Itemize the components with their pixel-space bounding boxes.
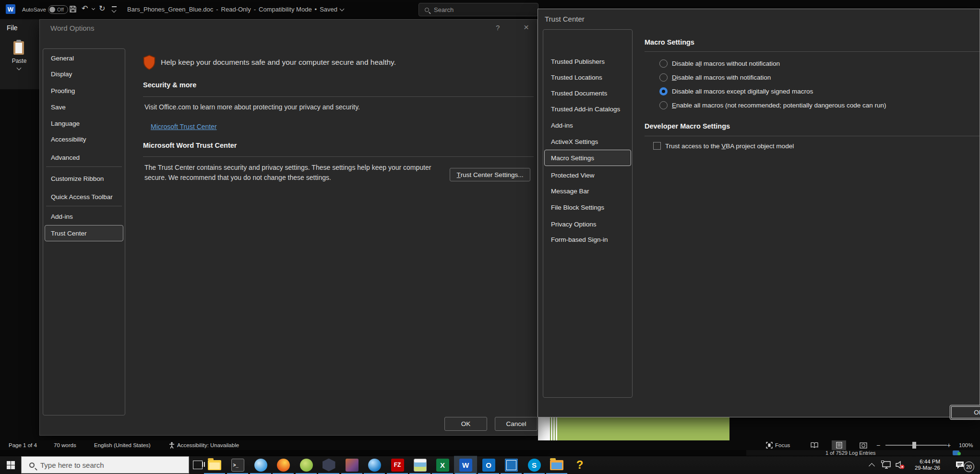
taskbar-green-app[interactable]	[295, 456, 318, 474]
save-icon[interactable]	[69, 5, 77, 13]
help-icon[interactable]: ?	[496, 24, 500, 32]
taskbar-shared-folder[interactable]	[545, 456, 568, 474]
radio-enable-all-macros[interactable]: Enable all macros (not recommended; pote…	[659, 101, 886, 109]
wo-nav-customize-ribbon[interactable]: Customize Ribbon	[51, 170, 104, 187]
taskbar-help-app[interactable]: ?	[568, 456, 591, 474]
task-view-button[interactable]	[193, 461, 203, 469]
clock[interactable]: 6:44 PM 29-Mar-26	[906, 456, 940, 474]
taskbar-excel[interactable]: X	[431, 456, 454, 474]
trust-center-settings-button[interactable]: Trust Center Settings...	[450, 168, 530, 181]
tray-expand-button[interactable]	[870, 456, 874, 474]
search-input[interactable]	[433, 6, 510, 14]
wo-nav-general[interactable]: General	[51, 50, 74, 66]
tc-nav-trusted-publishers[interactable]: Trusted Publishers	[551, 53, 605, 70]
page-indicator[interactable]: Page 1 of 4	[9, 440, 37, 450]
taskbar-firefox[interactable]	[272, 456, 295, 474]
undo-chevron-icon[interactable]	[92, 7, 95, 10]
vba-trust-checkbox-row[interactable]: Trust access to the VBA project object m…	[653, 142, 794, 150]
radio-disable-without-notification[interactable]: Disable all macros without notification	[659, 59, 780, 68]
start-button[interactable]	[7, 461, 15, 469]
taskbar-terminal[interactable]: >_	[226, 456, 249, 474]
taskbar-search[interactable]	[21, 456, 189, 474]
radio-disable-except-signed[interactable]: Disable all macros except digitally sign…	[659, 87, 813, 95]
developer-macro-settings-heading: Developer Macro Settings	[645, 122, 730, 130]
tc-nav-privacy-options[interactable]: Privacy Options	[551, 216, 597, 232]
tc-nav-form-based-signin[interactable]: Form-based Sign-in	[551, 231, 608, 248]
search-icon	[425, 8, 429, 12]
wo-nav-proofing[interactable]: Proofing	[51, 83, 75, 99]
trust-center-ok-button[interactable]: OK	[950, 405, 980, 420]
shared-folder-icon	[550, 460, 563, 470]
radio-disable-with-notification[interactable]: Disable all macros with notification	[659, 73, 771, 82]
title-separator: -	[216, 6, 218, 13]
close-icon[interactable]: ×	[524, 22, 529, 33]
autosave-toggle[interactable]: Off	[48, 5, 68, 14]
redo-icon[interactable]: ↻	[99, 5, 105, 12]
action-center-button[interactable]	[955, 456, 965, 474]
word-options-ok-button[interactable]: OK	[444, 417, 487, 431]
taskbar-skype[interactable]: S	[523, 456, 546, 474]
saved-chevron-icon[interactable]	[340, 6, 345, 11]
wo-nav-add-ins[interactable]: Add-ins	[51, 208, 73, 225]
web-layout-button[interactable]	[856, 440, 871, 450]
zoom-out-button[interactable]: −	[876, 440, 880, 450]
tc-nav-macro-settings[interactable]: Macro Settings	[551, 150, 594, 166]
taskbar-word-active[interactable]: W	[454, 456, 477, 474]
wo-nav-display[interactable]: Display	[51, 66, 72, 82]
language-indicator[interactable]: English (United States)	[94, 440, 151, 450]
taskbar-safari[interactable]	[249, 456, 272, 474]
taskbar-search-input[interactable]	[39, 461, 174, 470]
undo-icon[interactable]: ↶	[82, 5, 88, 12]
notification-count-badge[interactable]: 20	[964, 462, 974, 472]
safari-compass-icon	[254, 459, 267, 472]
tc-nav-file-block-settings[interactable]: File Block Settings	[551, 199, 604, 215]
taskbar-blue-sphere-app[interactable]	[363, 456, 386, 474]
print-layout-button[interactable]	[832, 440, 846, 450]
section-divider	[143, 96, 534, 97]
focus-mode-button[interactable]: Focus	[766, 440, 790, 450]
tc-nav-message-bar[interactable]: Message Bar	[551, 183, 589, 199]
wo-nav-save[interactable]: Save	[51, 99, 66, 115]
volume-muted-icon[interactable]	[895, 456, 905, 474]
paste-button[interactable]: Paste	[11, 58, 28, 64]
wo-nav-trust-center[interactable]: Trust Center	[51, 225, 87, 241]
taskbar-dev-app[interactable]	[317, 456, 340, 474]
network-status-icon[interactable]	[881, 456, 892, 474]
taskbar-filezilla[interactable]: FZ	[386, 456, 409, 474]
zoom-slider-track[interactable]	[885, 445, 947, 446]
chart-bar-thin	[550, 417, 551, 440]
tc-nav-protected-view[interactable]: Protected View	[551, 167, 595, 183]
accessibility-status[interactable]: Accessibility: Unavailable	[169, 440, 239, 450]
file-tab[interactable]: File	[7, 24, 18, 32]
wo-nav-language[interactable]: Language	[51, 115, 80, 131]
taskbar-cube-app[interactable]	[340, 456, 363, 474]
help-question-icon: ?	[574, 459, 586, 472]
tc-nav-trusted-addin-catalogs[interactable]: Trusted Add-in Catalogs	[551, 101, 620, 117]
tc-nav-trusted-documents[interactable]: Trusted Documents	[551, 85, 607, 101]
accessibility-icon	[169, 442, 175, 449]
customize-qat-chevron-icon[interactable]	[112, 8, 117, 13]
zoom-percentage[interactable]: 100%	[959, 440, 973, 450]
customize-qat-icon[interactable]	[112, 6, 117, 7]
microsoft-trust-center-link[interactable]: Microsoft Trust Center	[151, 123, 217, 130]
zoom-in-button[interactable]: +	[947, 440, 951, 450]
zoom-slider-handle[interactable]	[912, 442, 916, 449]
taskbar-notes-app[interactable]	[408, 456, 431, 474]
taskbar-outlook[interactable]: O	[477, 456, 500, 474]
tc-nav-trusted-locations[interactable]: Trusted Locations	[551, 69, 602, 85]
taskbar-file-explorer[interactable]	[203, 456, 226, 474]
read-mode-button[interactable]	[807, 440, 822, 450]
word-count[interactable]: 70 words	[54, 440, 76, 450]
autosave-state: Off	[57, 7, 64, 12]
search-box[interactable]	[418, 3, 538, 16]
wo-nav-advanced[interactable]: Advanced	[51, 149, 80, 166]
tc-nav-add-ins[interactable]: Add-ins	[551, 117, 573, 133]
word-options-cancel-button[interactable]: Cancel	[495, 417, 538, 431]
checkbox-icon	[653, 142, 661, 150]
wo-nav-accessibility[interactable]: Accessibility	[51, 131, 86, 147]
paste-icon[interactable]	[13, 41, 24, 55]
tc-nav-activex-settings[interactable]: ActiveX Settings	[551, 133, 598, 150]
taskbar-blue-window-app[interactable]	[500, 456, 523, 474]
wo-nav-quick-access-toolbar[interactable]: Quick Access Toolbar	[51, 189, 113, 205]
saved-status[interactable]: Saved	[320, 6, 337, 13]
